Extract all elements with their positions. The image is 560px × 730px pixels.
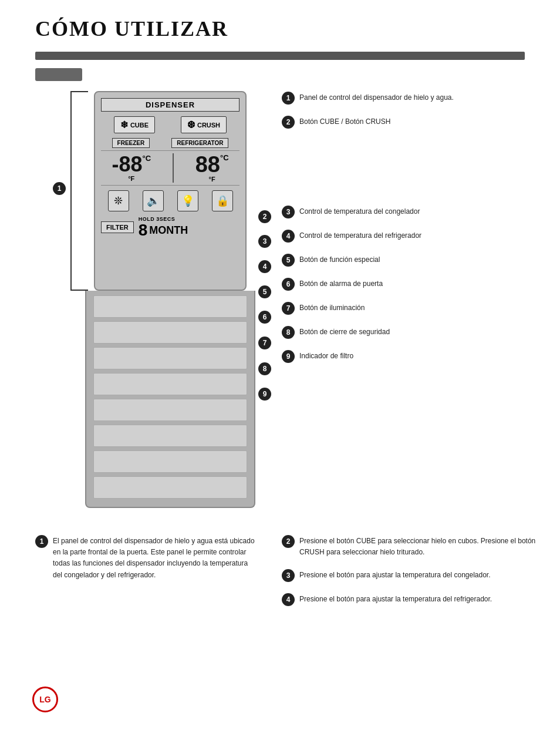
temp-labels-row: FREEZER REFRIGERATOR <box>101 138 239 148</box>
right-section-8: 8 Botón de cierre de seguridad <box>282 325 537 339</box>
dispenser-label: DISPENSER <box>101 98 239 112</box>
filter-info: HOLD 3SECS 8 MONTH <box>139 216 188 238</box>
right-badge-3: 3 <box>282 206 295 218</box>
right-text-3: Control de temperatura del congelador <box>299 206 420 217</box>
right-text-5: Botón de función especial <box>299 254 380 265</box>
alarm-button[interactable]: 🔈 <box>143 190 164 211</box>
freezer-temp-c: °C <box>142 154 151 163</box>
right-section-3: 3 Control de temperatura del congelador <box>282 205 537 218</box>
right-section-4: 4 Control de temperatura del refrigerado… <box>282 229 537 243</box>
fridge-temp-block: 88 °C °F <box>195 153 229 183</box>
icons-row: ❊ 🔈 💡 🔒 <box>101 190 239 211</box>
right-badge-6: 6 <box>282 278 295 291</box>
right-section-2: 2 Botón CUBE / Botón CRUSH <box>282 115 537 129</box>
right-text-7: Botón de iluminación <box>299 302 365 314</box>
bottom-right-badge-2: 3 <box>282 569 295 582</box>
right-section-6: 6 Botón de alarma de puerta <box>282 277 537 291</box>
right-badge-1: 1 <box>282 92 295 105</box>
ice-buttons-row: ❄ CUBE ❆ CRUSH <box>101 116 239 133</box>
right-text-8: Botón de cierre de seguridad <box>299 327 390 338</box>
cube-label: CUBE <box>130 122 149 129</box>
badge-3: 3 <box>258 235 271 248</box>
month-label: MONTH <box>149 224 188 237</box>
crush-button[interactable]: ❆ CRUSH <box>181 116 227 133</box>
badge-1: 1 <box>53 182 66 195</box>
freezer-temp-block: -88 °C °F <box>112 154 151 182</box>
fridge-temp-c: °C <box>220 153 229 163</box>
right-text-2: Botón CUBE / Botón CRUSH <box>299 116 390 127</box>
right-section-5: 5 Botón de función especial <box>282 253 537 267</box>
badge-7: 7 <box>258 337 271 349</box>
bottom-right-text-3: Presione el botón para ajustar la temper… <box>299 594 492 605</box>
badge-2: 2 <box>258 210 271 223</box>
bottom-right-section-3: 4 Presione el botón para ajustar la temp… <box>282 593 537 606</box>
bottom-right-text-1: Presione el botón CUBE para seleccionar … <box>299 536 537 558</box>
page-title: CÓMO UTILIZAR <box>35 16 228 41</box>
bottom-right-section-1: 2 Presione el botón CUBE para selecciona… <box>282 534 537 558</box>
filter-row: FILTER HOLD 3SECS 8 MONTH <box>101 216 239 238</box>
shelf-2 <box>93 321 247 344</box>
temp-divider <box>173 153 174 183</box>
sub-bar <box>35 68 82 81</box>
badge-5: 5 <box>258 285 271 298</box>
cube-button[interactable]: ❄ CUBE <box>114 116 155 133</box>
freezer-temp-f-unit: °F <box>128 175 134 182</box>
badge-4: 4 <box>258 260 271 273</box>
crush-icon: ❆ <box>187 119 195 130</box>
shelf-8 <box>93 476 247 499</box>
month-number: 8 <box>139 222 148 238</box>
freezer-temp-value: -88 <box>112 154 142 175</box>
right-badge-9: 9 <box>282 350 295 363</box>
right-badge-2: 2 <box>282 116 295 129</box>
bottom-right-badge-3: 4 <box>282 593 295 606</box>
refrigerator-label: REFRIGERATOR <box>171 138 228 148</box>
shelf-5 <box>93 399 247 421</box>
bottom-badge-0: 1 <box>35 535 48 548</box>
right-section-7: 7 Botón de iluminación <box>282 301 537 315</box>
snowflake-icon: ❊ <box>114 194 123 207</box>
month-display: 8 MONTH <box>139 222 188 238</box>
crush-label: CRUSH <box>197 122 220 129</box>
light-button[interactable]: 💡 <box>177 190 198 211</box>
special-function-button[interactable]: ❊ <box>108 190 129 211</box>
right-text-area: 1 Panel de control del dispensador de hi… <box>282 91 537 374</box>
right-text-4: Control de temperatura del refrigerador <box>299 230 421 241</box>
right-text-6: Botón de alarma de puerta <box>299 278 383 290</box>
lock-icon: 🔒 <box>216 194 229 207</box>
right-section-1: 1 Panel de control del dispensador de hi… <box>282 91 537 105</box>
bottom-right-area: 2 Presione el botón CUBE para selecciona… <box>282 534 537 617</box>
filter-button[interactable]: FILTER <box>101 221 134 233</box>
header-bar <box>35 52 525 60</box>
bottom-right-badge-1: 2 <box>282 535 295 548</box>
shelf-1 <box>93 295 247 318</box>
diagram-container: DISPENSER ❄ CUBE ❆ CRUSH FREEZER REFRIGE… <box>85 91 255 520</box>
fridge-temp-value: 88 <box>195 153 220 176</box>
right-text-1: Panel de control del dispensador de hiel… <box>299 92 454 103</box>
freezer-label: FREEZER <box>112 138 150 148</box>
bottom-left-section: 1 El panel de control del dispensador de… <box>35 534 258 581</box>
shelf-3 <box>93 347 247 369</box>
sound-icon: 🔈 <box>147 194 160 207</box>
bottom-right-text-2: Presione el botón para ajustar la temper… <box>299 570 491 581</box>
shelf-7 <box>93 450 247 473</box>
right-section-9: 9 Indicador de filtro <box>282 349 537 363</box>
right-badge-8: 8 <box>282 326 295 339</box>
right-badge-7: 7 <box>282 302 295 315</box>
shelves-panel <box>85 291 255 508</box>
right-badge-5: 5 <box>282 254 295 267</box>
control-panel: DISPENSER ❄ CUBE ❆ CRUSH FREEZER REFRIGE… <box>94 91 247 291</box>
cube-icon: ❄ <box>120 119 128 130</box>
lg-logo: LG <box>32 687 58 712</box>
badge-6: 6 <box>258 311 271 324</box>
lock-button[interactable]: 🔒 <box>212 190 233 211</box>
shelf-4 <box>93 373 247 395</box>
right-badge-4: 4 <box>282 230 295 243</box>
fridge-temp-f-unit: °F <box>209 176 215 183</box>
bottom-text-0: El panel de control del dispensador de h… <box>53 536 258 581</box>
temp-display-row: -88 °C °F 88 °C °F <box>101 150 239 186</box>
right-text-9: Indicador de filtro <box>299 351 353 362</box>
bottom-right-section-2: 3 Presione el botón para ajustar la temp… <box>282 568 537 582</box>
light-icon: 💡 <box>181 194 194 207</box>
shelf-6 <box>93 425 247 447</box>
badge-9: 9 <box>258 388 271 401</box>
